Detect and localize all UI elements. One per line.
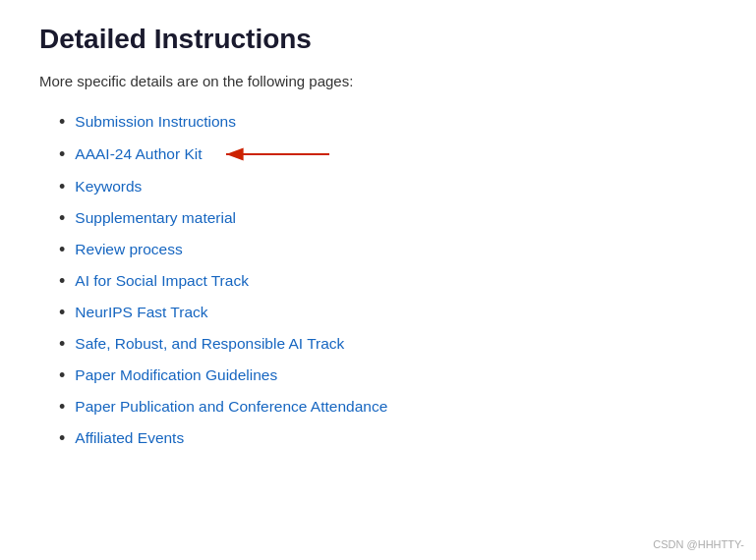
list-item-neurips-fast-track: NeurIPS Fast Track [59, 304, 717, 321]
links-list: Submission Instructions AAAI-24 Author K… [59, 113, 717, 447]
arrow-icon [216, 144, 334, 164]
list-item-keywords: Keywords [59, 178, 717, 196]
list-item-review-process: Review process [59, 241, 717, 258]
list-item-paper-publication: Paper Publication and Conference Attenda… [59, 398, 717, 416]
link-paper-modification[interactable]: Paper Modification Guidelines [75, 366, 277, 384]
list-item-supplementary-material: Supplementary material [59, 209, 717, 227]
link-review-process[interactable]: Review process [75, 241, 182, 258]
link-aaai-author-kit[interactable]: AAAI-24 Author Kit [75, 145, 202, 163]
arrow-annotation [216, 144, 334, 164]
link-affiliated-events[interactable]: Affiliated Events [75, 429, 184, 447]
link-paper-publication[interactable]: Paper Publication and Conference Attenda… [75, 398, 387, 416]
subtitle-text: More specific details are on the followi… [39, 73, 717, 89]
list-item-ai-social-impact: AI for Social Impact Track [59, 272, 717, 290]
link-ai-social-impact[interactable]: AI for Social Impact Track [75, 272, 249, 290]
page-title: Detailed Instructions [39, 24, 717, 55]
list-item-submission-instructions: Submission Instructions [59, 113, 717, 131]
link-supplementary-material[interactable]: Supplementary material [75, 209, 236, 227]
list-item-paper-modification: Paper Modification Guidelines [59, 366, 717, 384]
link-keywords[interactable]: Keywords [75, 178, 142, 196]
link-safe-robust-ai[interactable]: Safe, Robust, and Responsible AI Track [75, 335, 344, 353]
link-neurips-fast-track[interactable]: NeurIPS Fast Track [75, 304, 207, 321]
list-item-affiliated-events: Affiliated Events [59, 429, 717, 447]
list-item-safe-robust-ai: Safe, Robust, and Responsible AI Track [59, 335, 717, 353]
watermark-text: CSDN @HHHTTY- [653, 538, 744, 550]
list-item-aaai-author-kit: AAAI-24 Author Kit [59, 144, 717, 164]
link-submission-instructions[interactable]: Submission Instructions [75, 113, 236, 131]
